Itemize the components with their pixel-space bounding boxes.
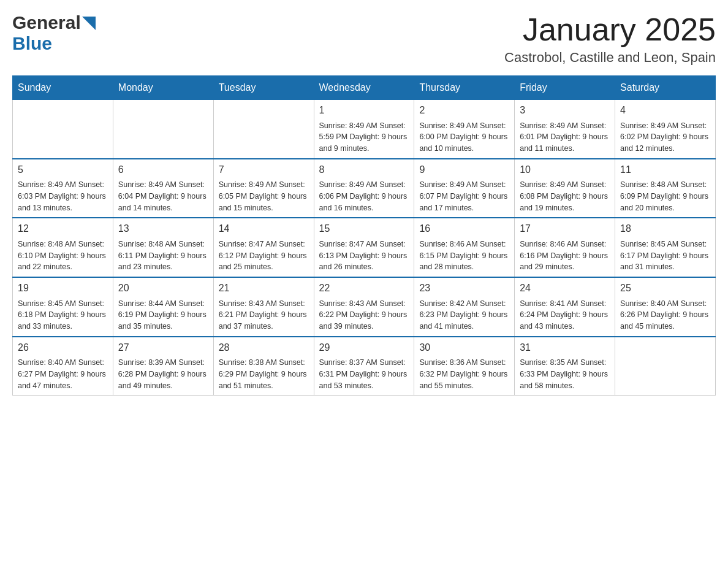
calendar-week-row: 5Sunrise: 8:49 AM Sunset: 6:03 PM Daylig… [13, 159, 716, 218]
day-number: 16 [419, 222, 509, 236]
day-number: 15 [319, 222, 409, 236]
day-number: 8 [319, 163, 409, 177]
day-info: Sunrise: 8:49 AM Sunset: 6:04 PM Dayligh… [118, 179, 208, 213]
table-row: 5Sunrise: 8:49 AM Sunset: 6:03 PM Daylig… [13, 159, 113, 218]
day-info: Sunrise: 8:40 AM Sunset: 6:27 PM Dayligh… [18, 357, 108, 391]
day-number: 20 [118, 282, 208, 295]
day-number: 27 [118, 341, 208, 354]
col-saturday: Saturday [615, 76, 716, 100]
day-number: 31 [520, 341, 610, 354]
table-row [113, 100, 213, 159]
day-info: Sunrise: 8:45 AM Sunset: 6:17 PM Dayligh… [620, 239, 710, 273]
day-info: Sunrise: 8:39 AM Sunset: 6:28 PM Dayligh… [118, 357, 208, 391]
table-row: 24Sunrise: 8:41 AM Sunset: 6:24 PM Dayli… [515, 277, 615, 337]
table-row: 26Sunrise: 8:40 AM Sunset: 6:27 PM Dayli… [13, 337, 113, 396]
day-number: 4 [620, 104, 710, 117]
month-title: January 2025 [504, 12, 716, 47]
calendar-week-row: 19Sunrise: 8:45 AM Sunset: 6:18 PM Dayli… [13, 277, 716, 337]
table-row [213, 100, 314, 159]
day-info: Sunrise: 8:35 AM Sunset: 6:33 PM Dayligh… [520, 357, 610, 391]
day-number: 26 [18, 341, 108, 354]
table-row: 29Sunrise: 8:37 AM Sunset: 6:31 PM Dayli… [314, 337, 414, 396]
day-info: Sunrise: 8:40 AM Sunset: 6:26 PM Dayligh… [620, 298, 710, 332]
table-row: 14Sunrise: 8:47 AM Sunset: 6:12 PM Dayli… [213, 218, 314, 277]
logo-general: General [12, 12, 81, 33]
col-sunday: Sunday [13, 76, 113, 100]
table-row: 6Sunrise: 8:49 AM Sunset: 6:04 PM Daylig… [113, 159, 213, 218]
table-row: 12Sunrise: 8:48 AM Sunset: 6:10 PM Dayli… [13, 218, 113, 277]
day-info: Sunrise: 8:49 AM Sunset: 5:59 PM Dayligh… [319, 120, 409, 155]
table-row: 20Sunrise: 8:44 AM Sunset: 6:19 PM Dayli… [113, 277, 213, 337]
day-number: 24 [520, 282, 610, 295]
table-row: 17Sunrise: 8:46 AM Sunset: 6:16 PM Dayli… [515, 218, 615, 277]
day-info: Sunrise: 8:49 AM Sunset: 6:03 PM Dayligh… [18, 179, 108, 213]
day-info: Sunrise: 8:49 AM Sunset: 6:08 PM Dayligh… [520, 179, 610, 213]
day-number: 21 [219, 282, 309, 295]
day-info: Sunrise: 8:49 AM Sunset: 6:07 PM Dayligh… [419, 179, 509, 213]
day-number: 6 [118, 163, 208, 177]
logo: General Blue [12, 12, 96, 54]
table-row: 10Sunrise: 8:49 AM Sunset: 6:08 PM Dayli… [515, 159, 615, 218]
day-info: Sunrise: 8:36 AM Sunset: 6:32 PM Dayligh… [419, 357, 509, 391]
day-number: 13 [118, 222, 208, 236]
day-info: Sunrise: 8:43 AM Sunset: 6:21 PM Dayligh… [219, 298, 309, 332]
calendar-week-row: 12Sunrise: 8:48 AM Sunset: 6:10 PM Dayli… [13, 218, 716, 277]
table-row [13, 100, 113, 159]
title-block: January 2025 Castrobol, Castille and Leo… [504, 12, 716, 66]
day-number: 29 [319, 341, 409, 354]
location-title: Castrobol, Castille and Leon, Spain [504, 50, 716, 66]
day-number: 11 [620, 163, 710, 177]
col-tuesday: Tuesday [213, 76, 314, 100]
table-row: 4Sunrise: 8:49 AM Sunset: 6:02 PM Daylig… [615, 100, 716, 159]
day-info: Sunrise: 8:43 AM Sunset: 6:22 PM Dayligh… [319, 298, 409, 332]
table-row: 25Sunrise: 8:40 AM Sunset: 6:26 PM Dayli… [615, 277, 716, 337]
day-info: Sunrise: 8:46 AM Sunset: 6:16 PM Dayligh… [520, 239, 610, 273]
col-monday: Monday [113, 76, 213, 100]
svg-marker-0 [82, 17, 96, 30]
table-row: 27Sunrise: 8:39 AM Sunset: 6:28 PM Dayli… [113, 337, 213, 396]
table-row: 18Sunrise: 8:45 AM Sunset: 6:17 PM Dayli… [615, 218, 716, 277]
page-header: General Blue January 2025 Castrobol, Cas… [12, 12, 716, 66]
logo-arrow-icon [82, 17, 96, 30]
day-info: Sunrise: 8:49 AM Sunset: 6:01 PM Dayligh… [520, 120, 610, 155]
day-info: Sunrise: 8:48 AM Sunset: 6:10 PM Dayligh… [18, 239, 108, 273]
day-info: Sunrise: 8:41 AM Sunset: 6:24 PM Dayligh… [520, 298, 610, 332]
table-row: 19Sunrise: 8:45 AM Sunset: 6:18 PM Dayli… [13, 277, 113, 337]
day-info: Sunrise: 8:47 AM Sunset: 6:12 PM Dayligh… [219, 239, 309, 273]
day-number: 10 [520, 163, 610, 177]
col-thursday: Thursday [414, 76, 515, 100]
calendar-week-row: 1Sunrise: 8:49 AM Sunset: 5:59 PM Daylig… [13, 100, 716, 159]
col-friday: Friday [515, 76, 615, 100]
day-number: 14 [219, 222, 309, 236]
day-number: 3 [520, 104, 610, 117]
day-number: 22 [319, 282, 409, 295]
day-info: Sunrise: 8:48 AM Sunset: 6:11 PM Dayligh… [118, 239, 208, 273]
day-info: Sunrise: 8:49 AM Sunset: 6:06 PM Dayligh… [319, 179, 409, 213]
table-row: 3Sunrise: 8:49 AM Sunset: 6:01 PM Daylig… [515, 100, 615, 159]
table-row [615, 337, 716, 396]
day-number: 19 [18, 282, 108, 295]
day-number: 30 [419, 341, 509, 354]
table-row: 2Sunrise: 8:49 AM Sunset: 6:00 PM Daylig… [414, 100, 515, 159]
day-number: 5 [18, 163, 108, 177]
day-number: 1 [319, 104, 409, 117]
day-info: Sunrise: 8:45 AM Sunset: 6:18 PM Dayligh… [18, 298, 108, 332]
calendar-header-row: Sunday Monday Tuesday Wednesday Thursday… [13, 76, 716, 100]
day-info: Sunrise: 8:48 AM Sunset: 6:09 PM Dayligh… [620, 179, 710, 213]
table-row: 31Sunrise: 8:35 AM Sunset: 6:33 PM Dayli… [515, 337, 615, 396]
day-info: Sunrise: 8:37 AM Sunset: 6:31 PM Dayligh… [319, 357, 409, 391]
table-row: 13Sunrise: 8:48 AM Sunset: 6:11 PM Dayli… [113, 218, 213, 277]
day-info: Sunrise: 8:49 AM Sunset: 6:05 PM Dayligh… [219, 179, 309, 213]
day-info: Sunrise: 8:42 AM Sunset: 6:23 PM Dayligh… [419, 298, 509, 332]
table-row: 30Sunrise: 8:36 AM Sunset: 6:32 PM Dayli… [414, 337, 515, 396]
table-row: 11Sunrise: 8:48 AM Sunset: 6:09 PM Dayli… [615, 159, 716, 218]
table-row: 21Sunrise: 8:43 AM Sunset: 6:21 PM Dayli… [213, 277, 314, 337]
table-row: 22Sunrise: 8:43 AM Sunset: 6:22 PM Dayli… [314, 277, 414, 337]
table-row: 23Sunrise: 8:42 AM Sunset: 6:23 PM Dayli… [414, 277, 515, 337]
table-row: 7Sunrise: 8:49 AM Sunset: 6:05 PM Daylig… [213, 159, 314, 218]
table-row: 16Sunrise: 8:46 AM Sunset: 6:15 PM Dayli… [414, 218, 515, 277]
day-number: 12 [18, 222, 108, 236]
table-row: 15Sunrise: 8:47 AM Sunset: 6:13 PM Dayli… [314, 218, 414, 277]
calendar-table: Sunday Monday Tuesday Wednesday Thursday… [12, 75, 716, 396]
table-row: 1Sunrise: 8:49 AM Sunset: 5:59 PM Daylig… [314, 100, 414, 159]
